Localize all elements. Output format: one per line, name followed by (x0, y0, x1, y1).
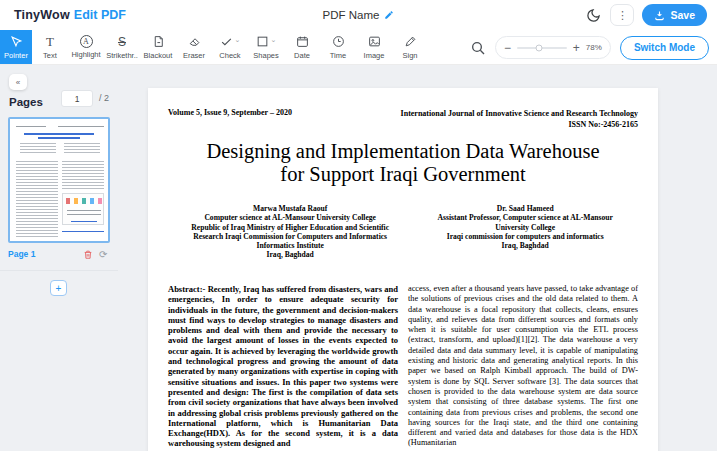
page-total: / 2 (99, 93, 109, 103)
calendar-icon (296, 35, 309, 49)
edit-pencil-icon[interactable] (384, 10, 394, 20)
tool-check[interactable]: ⌄ Check (212, 30, 248, 64)
thumbnail-actions: ⟳ (83, 249, 110, 260)
switch-mode-button[interactable]: Switch Mode (620, 36, 709, 60)
author-affiliation: Republic of Iraq Ministry of Higher Educ… (168, 223, 412, 232)
shapes-icon: ⌄ (256, 35, 277, 49)
header-actions: ⋮ Save (584, 0, 707, 30)
author-name: Dr. Saad Hameed (412, 204, 638, 213)
pdf-journal-title: International Journal of Innovative Scie… (380, 108, 639, 119)
page-thumbnail-preview (10, 119, 108, 241)
save-button[interactable]: Save (642, 4, 707, 26)
tool-shapes[interactable]: ⌄ Shapes (248, 30, 284, 64)
author-affiliation: University College (412, 223, 638, 232)
tool-date[interactable]: Date (284, 30, 320, 64)
collapse-sidebar-button[interactable]: « (9, 74, 27, 90)
pages-sidebar: « Pages / 2 (0, 65, 118, 451)
pdf-author-left: Marwa Mustafa Raouf Computer science at … (168, 204, 412, 260)
brand-product: Edit PDF (74, 8, 126, 22)
tool-label: Time (330, 51, 346, 60)
zoom-slider-knob[interactable] (536, 44, 543, 51)
pdf-journal-name: International Journal of Innovative Scie… (380, 108, 639, 130)
pdf-author-right: Dr. Saad Hameed Assistant Professor, Com… (412, 204, 638, 260)
image-icon (368, 35, 381, 49)
rotate-page-icon[interactable]: ⟳ (99, 249, 110, 260)
author-affiliation: Iraqi commission for computers and infor… (412, 232, 638, 241)
pdf-page[interactable]: Volume 5, Issue 9, September – 2020 Inte… (148, 88, 658, 451)
add-page-button[interactable]: + (50, 280, 67, 296)
page-label[interactable]: Page 1 (8, 249, 35, 259)
author-affiliation: Assistant Professor, Computer science at… (412, 213, 638, 222)
pdf-authors: Marwa Mustafa Raouf Computer science at … (168, 204, 638, 260)
eraser-icon (188, 35, 201, 49)
toolbar: Pointer T Text A Highlight S Strikethr..… (0, 30, 717, 65)
tool-label: Shapes (253, 51, 278, 60)
pdf-issn: ISSN No:-2456-2165 (380, 119, 639, 130)
zoom-level: 78% (586, 43, 602, 52)
tool-label: Highlight (71, 50, 100, 59)
pages-title: Pages (9, 96, 43, 108)
tool-label: Pointer (4, 51, 28, 60)
tool-label: Strikethr.. (106, 51, 138, 60)
doc-title[interactable]: PDF Name (323, 9, 380, 21)
text-icon: T (46, 35, 54, 49)
page-number-input[interactable] (61, 90, 93, 107)
author-location: Iraq, Baghdad (168, 250, 412, 259)
check-icon: ⌄ (220, 35, 241, 49)
save-label: Save (670, 9, 695, 21)
download-icon (654, 10, 665, 21)
tool-label: Image (364, 51, 385, 60)
blackout-icon (152, 35, 165, 49)
tool-label: Text (43, 51, 57, 60)
tool-label: Sign (402, 51, 417, 60)
more-options-button[interactable]: ⋮ (610, 4, 634, 26)
tool-label: Check (219, 51, 240, 60)
pdf-paper-title: Designing and Implementation Data Wareho… (203, 140, 603, 186)
pen-icon (404, 35, 417, 49)
tool-time[interactable]: Time (320, 30, 356, 64)
pages-header: Pages / 2 (9, 92, 115, 112)
dark-mode-moon-icon[interactable] (584, 6, 602, 24)
tool-highlight[interactable]: A Highlight (68, 30, 104, 64)
zoom-in-button[interactable]: + (573, 43, 580, 53)
brand-name: TinyWow (14, 8, 70, 22)
tool-text[interactable]: T Text (32, 30, 68, 64)
chevron-down-icon: ⌄ (271, 36, 277, 44)
zoom-slider[interactable] (517, 47, 567, 49)
strikethrough-icon: S (118, 35, 126, 49)
author-location: Iraq, Baghdad (412, 241, 638, 250)
search-icon[interactable] (470, 40, 486, 56)
pdf-abstract: Abstract:- Recently, Iraq has suffered f… (168, 284, 398, 449)
sidebar-divider (0, 270, 118, 271)
tool-strikethrough[interactable]: S Strikethr.. (104, 30, 140, 64)
tool-label: Blackout (144, 51, 173, 60)
tool-label: Date (294, 51, 310, 60)
author-affiliation: Computer science at AL-Mansour Universit… (168, 213, 412, 222)
pdf-journal-header: Volume 5, Issue 9, September – 2020 Inte… (168, 108, 638, 130)
tool-blackout[interactable]: Blackout (140, 30, 176, 64)
page-thumbnail[interactable] (8, 117, 110, 243)
author-affiliation: Informatics Institute (168, 241, 412, 250)
pointer-icon (10, 35, 23, 49)
tool-image[interactable]: Image (356, 30, 392, 64)
tool-eraser[interactable]: Eraser (176, 30, 212, 64)
toolbar-right: − + 78% Switch Mode (470, 30, 709, 65)
delete-page-icon[interactable] (83, 249, 93, 260)
zoom-out-button[interactable]: − (504, 43, 511, 53)
highlight-icon: A (80, 35, 93, 48)
brand[interactable]: TinyWow Edit PDF (14, 0, 126, 30)
pdf-volume-line: Volume 5, Issue 9, September – 2020 (168, 108, 380, 130)
author-affiliation: Research Iraqi Commission for Computers … (168, 232, 412, 241)
thumbnail-footer: Page 1 ⟳ (8, 247, 110, 261)
app-header: TinyWow Edit PDF PDF Name ⋮ Save (0, 0, 717, 30)
tool-group: Pointer T Text A Highlight S Strikethr..… (0, 30, 428, 64)
tool-pointer[interactable]: Pointer (0, 30, 32, 64)
pdf-body-columns: Abstract:- Recently, Iraq has suffered f… (168, 284, 638, 449)
pdf-right-column: access, even after a thousand years have… (408, 284, 638, 449)
chevron-down-icon: ⌄ (235, 36, 241, 44)
tool-label: Eraser (183, 51, 205, 60)
author-name: Marwa Mustafa Raouf (168, 204, 412, 213)
clock-icon (332, 35, 345, 49)
zoom-control: − + 78% (495, 36, 611, 59)
tool-sign[interactable]: Sign (392, 30, 428, 64)
